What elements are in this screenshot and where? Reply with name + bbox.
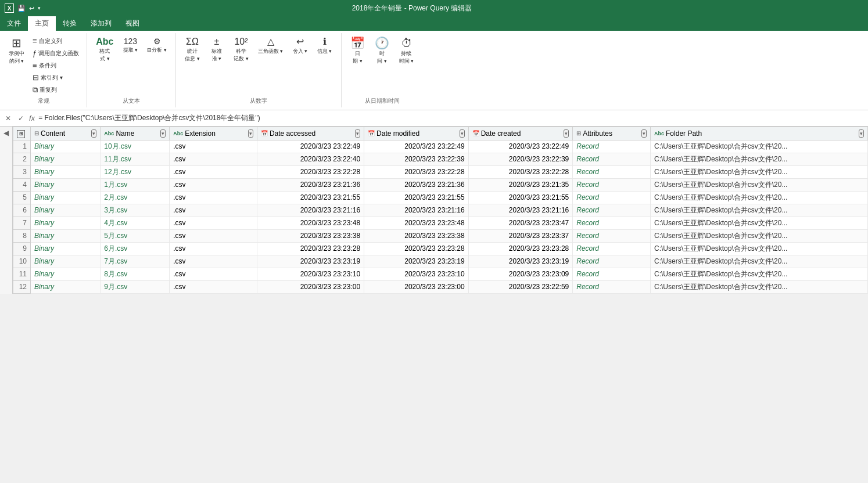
invoke-func-button[interactable]: ƒ 调用自定义函数	[30, 48, 82, 59]
attributes-value: Record	[576, 257, 599, 265]
date-icon: 📅	[350, 37, 365, 49]
col-label-date-modified: Date modified	[376, 129, 419, 138]
cell-content: Binary	[31, 178, 101, 191]
collapse-arrow[interactable]: ◀	[3, 129, 9, 137]
col-filter-date-accessed[interactable]: ▾	[355, 129, 360, 138]
trig-button[interactable]: △ 三角函数 ▾	[254, 35, 288, 64]
cell-date-accessed: 2020/3/23 23:23:00	[257, 280, 364, 293]
cell-extension: .csv	[170, 140, 257, 153]
index-button[interactable]: ⊟ 索引列 ▾	[30, 72, 82, 83]
minimize-button[interactable]	[783, 0, 810, 16]
content-value: Binary	[34, 155, 54, 163]
extract-button[interactable]: 123 提取 ▾	[119, 35, 142, 64]
col-header-name: Abc Name ▾	[101, 127, 170, 140]
cell-name: 6月.csv	[101, 242, 170, 255]
tab-addcolumn[interactable]: 添加列	[84, 16, 119, 31]
row-number: 12	[13, 280, 31, 293]
table-row: 8 Binary 5月.csv .csv 2020/3/23 23:23:38 …	[13, 229, 868, 242]
close-button[interactable]	[837, 0, 863, 16]
custom-col-button[interactable]: ≡ 自定义列	[30, 35, 82, 46]
accessed-type-icon: 📅	[261, 130, 268, 136]
name-value: 5月.csv	[104, 232, 127, 240]
table-select-all[interactable]: ⊞	[17, 130, 25, 138]
data-table: ⊞ ⊟ Content ▾ Abc Name ▾	[13, 127, 868, 294]
col-label-attributes: Attributes	[583, 129, 612, 138]
format-button[interactable]: Abc 格式式 ▾	[92, 35, 117, 64]
formula-cancel-button[interactable]: ✕	[2, 113, 14, 124]
col-header-extension: Abc Extension ▾	[170, 127, 257, 140]
stats-button[interactable]: ΣΩ 统计信息 ▾	[181, 35, 204, 64]
common-group-label: 常规	[38, 97, 49, 105]
tab-file[interactable]: 文件	[0, 16, 28, 31]
number-group-label: 从数字	[250, 97, 267, 105]
name-value: 8月.csv	[104, 270, 127, 278]
example-column-button[interactable]: ⊞ 示例中的列 ▾	[5, 35, 28, 96]
col-filter-date-modified[interactable]: ▾	[460, 129, 465, 138]
tab-transform[interactable]: 转换	[56, 16, 84, 31]
cell-content: Binary	[31, 255, 101, 268]
table-row: 11 Binary 8月.csv .csv 2020/3/23 23:23:10…	[13, 268, 868, 280]
conditions-button[interactable]: ≡ 条件列	[30, 60, 82, 71]
cell-attributes: Record	[573, 255, 651, 268]
time-button[interactable]: 🕐 时间 ▾	[371, 35, 394, 67]
datetime-buttons: 📅 日期 ▾ 🕐 时间 ▾ ⏱ 持续时间 ▾	[346, 35, 418, 67]
created-type-icon: 📅	[472, 130, 479, 136]
standard-button[interactable]: ± 标准准 ▾	[205, 35, 228, 64]
attributes-value: Record	[576, 168, 599, 176]
quick-save-icon[interactable]: 💾	[17, 5, 26, 12]
cell-date-modified: 2020/3/23 23:23:19	[364, 255, 469, 268]
attributes-value: Record	[576, 244, 599, 253]
ribbon-group-text: Abc 格式式 ▾ 123 提取 ▾ ⚙ ⊟分析 ▾ 从文本	[87, 33, 176, 107]
rounding-button[interactable]: ↩ 舍入 ▾	[289, 35, 312, 64]
text-buttons: Abc 格式式 ▾ 123 提取 ▾ ⚙ ⊟分析 ▾	[92, 35, 171, 64]
cell-date-accessed: 2020/3/23 23:22:28	[257, 165, 364, 178]
name-value: 12月.csv	[104, 168, 131, 176]
col-filter-date-created[interactable]: ▾	[564, 129, 569, 138]
content-value: Binary	[34, 270, 54, 278]
attributes-value: Record	[576, 193, 599, 201]
col-filter-attributes[interactable]: ▾	[641, 129, 647, 138]
science-button[interactable]: 10² 科学记数 ▾	[229, 35, 253, 64]
col-filter-extension[interactable]: ▾	[248, 129, 253, 138]
name-value: 10月.csv	[104, 142, 131, 150]
formula-confirm-button[interactable]: ✓	[15, 113, 27, 124]
cell-date-modified: 2020/3/23 23:22:49	[364, 140, 469, 153]
undo-icon[interactable]: ↩	[29, 5, 34, 12]
parse-icon: ⚙	[153, 37, 161, 45]
time-icon: 🕐	[375, 37, 389, 49]
cell-date-created: 2020/3/23 23:22:59	[468, 280, 573, 293]
format-icon: Abc	[96, 37, 113, 46]
cell-date-modified: 2020/3/23 23:22:28	[364, 165, 469, 178]
name-value: 4月.csv	[104, 219, 127, 227]
cell-date-modified: 2020/3/23 23:23:00	[364, 280, 469, 293]
ribbon-tabs: 文件 主页 转换 添加列 视图	[0, 16, 868, 31]
tab-home[interactable]: 主页	[28, 16, 56, 31]
table-row: 3 Binary 12月.csv .csv 2020/3/23 23:22:28…	[13, 165, 868, 178]
ribbon-group-number: ΣΩ 统计信息 ▾ ± 标准准 ▾ 10² 科学记数 ▾ △ 三角函数 ▾ ↩ …	[176, 33, 342, 107]
row-number: 11	[13, 268, 31, 280]
duration-button[interactable]: ⏱ 持续时间 ▾	[395, 35, 418, 67]
tab-view[interactable]: 视图	[119, 16, 146, 31]
col-filter-content[interactable]: ▾	[91, 129, 96, 138]
table-container[interactable]: ⊞ ⊟ Content ▾ Abc Name ▾	[13, 127, 868, 294]
cell-date-accessed: 2020/3/23 23:21:55	[257, 191, 364, 204]
cell-date-created: 2020/3/23 23:23:19	[468, 255, 573, 268]
trig-icon: △	[267, 37, 274, 46]
col-filter-name[interactable]: ▾	[160, 129, 166, 138]
standard-icon: ±	[214, 37, 220, 46]
col-filter-folder-path[interactable]: ▾	[859, 129, 864, 138]
info-button[interactable]: ℹ 信息 ▾	[313, 35, 336, 64]
date-button[interactable]: 📅 日期 ▾	[346, 35, 370, 67]
excel-icon: X	[5, 3, 14, 13]
maximize-button[interactable]	[810, 0, 837, 16]
cell-attributes: Record	[573, 229, 651, 242]
duplicate-button[interactable]: ⧉ 重复列	[30, 84, 82, 96]
cell-date-created: 2020/3/23 23:23:37	[468, 229, 573, 242]
cell-date-accessed: 2020/3/23 23:22:40	[257, 153, 364, 165]
content-value: Binary	[34, 206, 54, 214]
cell-date-accessed: 2020/3/23 23:23:48	[257, 217, 364, 229]
table-row: 2 Binary 11月.csv .csv 2020/3/23 23:22:40…	[13, 153, 868, 165]
folderpath-value: C:\Users\王亚辉\Desktop\合并csv文件\20...	[654, 193, 787, 201]
formula-input[interactable]	[38, 114, 866, 122]
parse-button[interactable]: ⚙ ⊟分析 ▾	[143, 35, 171, 64]
